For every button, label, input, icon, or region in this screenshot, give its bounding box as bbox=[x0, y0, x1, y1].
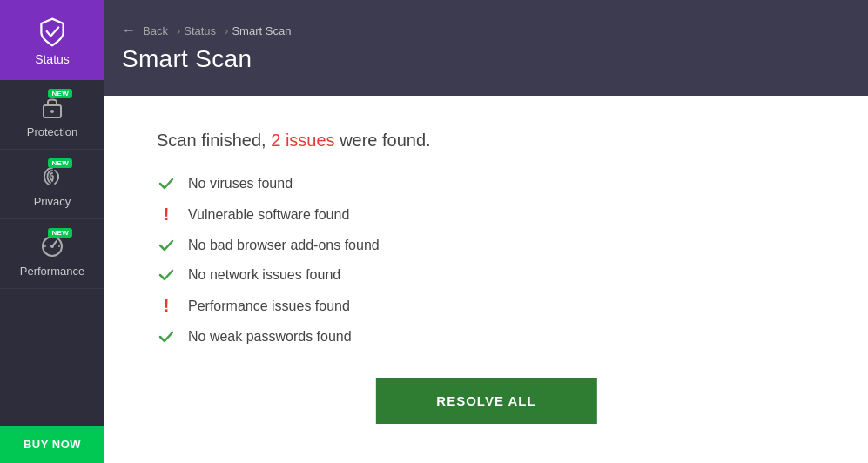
page-title: Smart Scan bbox=[122, 45, 851, 73]
check-icon bbox=[157, 266, 176, 284]
scan-summary-suffix: were found. bbox=[340, 131, 431, 150]
result-text-passwords: No weak passwords found bbox=[188, 329, 352, 345]
lock-icon: NEW bbox=[39, 94, 65, 120]
result-item-browser: No bad browser add-ons found bbox=[157, 237, 816, 254]
check-icon bbox=[157, 237, 176, 254]
svg-point-1 bbox=[50, 110, 54, 113]
sidebar-status-label: Status bbox=[35, 52, 70, 66]
result-item-passwords: No weak passwords found bbox=[157, 328, 816, 346]
sidebar-item-performance[interactable]: NEW Performance bbox=[0, 219, 104, 289]
svg-point-3 bbox=[50, 245, 54, 248]
breadcrumb-current: Smart Scan bbox=[232, 24, 291, 37]
breadcrumb-separator: › bbox=[177, 24, 180, 37]
shield-icon bbox=[37, 16, 68, 47]
result-item-performance: !Performance issues found bbox=[157, 296, 816, 316]
warning-icon: ! bbox=[157, 205, 176, 225]
result-text-performance: Performance issues found bbox=[188, 299, 350, 314]
privacy-new-badge: NEW bbox=[48, 158, 72, 168]
sidebar-performance-label: Performance bbox=[20, 265, 84, 278]
sidebar-item-status[interactable]: Status bbox=[0, 0, 104, 80]
scan-results: No viruses found!Vulnerable software fou… bbox=[157, 175, 816, 346]
result-text-network: No network issues found bbox=[188, 267, 340, 283]
back-arrow-icon[interactable]: ← bbox=[122, 23, 136, 38]
topbar: ← Back › Status › Smart Scan Smart Scan bbox=[104, 0, 868, 96]
check-icon bbox=[157, 328, 176, 346]
sidebar-item-protection[interactable]: NEW Protection bbox=[0, 80, 104, 150]
result-text-browser: No bad browser add-ons found bbox=[188, 238, 380, 253]
breadcrumb: ← Back › Status › Smart Scan bbox=[122, 23, 851, 38]
result-item-network: No network issues found bbox=[157, 266, 816, 284]
resolve-all-button[interactable]: RESOLVE ALL bbox=[375, 378, 596, 424]
sidebar-privacy-label: Privacy bbox=[34, 195, 71, 208]
breadcrumb-separator2: › bbox=[225, 24, 228, 37]
content-area: Scan finished, 2 issues were found. No v… bbox=[104, 96, 868, 463]
breadcrumb-status[interactable]: Status bbox=[184, 24, 216, 37]
fingerprint-icon: NEW bbox=[39, 164, 65, 190]
sidebar: Status NEW Protection NEW Priva bbox=[0, 0, 104, 463]
scan-summary-prefix: Scan finished, bbox=[157, 131, 266, 150]
sidebar-item-privacy[interactable]: NEW Privacy bbox=[0, 150, 104, 219]
result-text-viruses: No viruses found bbox=[188, 176, 293, 191]
result-item-software: !Vulnerable software found bbox=[157, 205, 816, 225]
back-button[interactable]: Back bbox=[143, 24, 168, 37]
result-text-software: Vulnerable software found bbox=[188, 207, 349, 223]
warning-icon: ! bbox=[157, 296, 176, 316]
main-content: ← Back › Status › Smart Scan Smart Scan … bbox=[104, 0, 868, 463]
protection-new-badge: NEW bbox=[48, 89, 72, 98]
issues-count: 2 issues bbox=[271, 131, 334, 150]
result-item-viruses: No viruses found bbox=[157, 175, 816, 192]
bottom-area: RESOLVE ALL bbox=[157, 372, 816, 424]
performance-new-badge: NEW bbox=[48, 228, 72, 238]
performance-icon: NEW bbox=[39, 233, 65, 259]
scan-summary: Scan finished, 2 issues were found. bbox=[157, 131, 816, 151]
buy-now-button[interactable]: BUY NOW bbox=[0, 426, 104, 463]
sidebar-protection-label: Protection bbox=[27, 125, 78, 138]
check-icon bbox=[157, 175, 176, 192]
